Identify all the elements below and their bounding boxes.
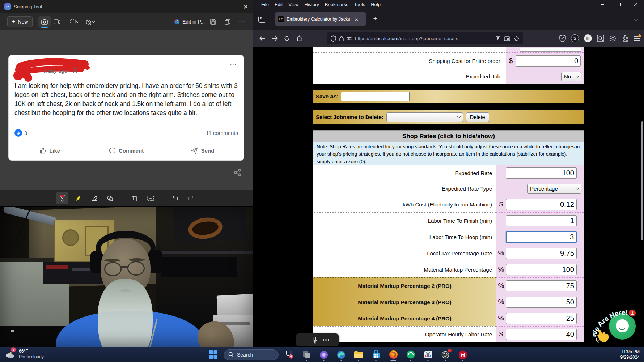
firefox-view-icon[interactable] [258,16,266,23]
home-button[interactable] [293,33,305,44]
eraser-tool[interactable] [88,192,100,204]
copy-button[interactable] [221,16,234,27]
snipping-tool-titlebar: ✂ Snipping Tool [0,0,253,13]
taskbar-app-mcafee[interactable] [456,348,470,362]
snip-shape-selector[interactable] [68,16,80,27]
operator-rate-input[interactable] [506,329,577,340]
like-count: 3 [24,130,27,136]
expedited-rate-input[interactable] [506,167,577,179]
delay-timer-selector[interactable] [84,16,96,27]
taskbar-app-camera[interactable] [317,348,331,362]
taskbar-app-squares[interactable] [300,348,313,362]
taskbar-clock[interactable]: 11:05 PM 9/29/2024 [620,349,640,360]
menu-history[interactable]: History [301,2,322,7]
material-markup-3-input[interactable] [506,297,577,308]
material-markup-2-input[interactable] [506,280,577,291]
menu-file[interactable]: File [258,2,272,7]
local-tax-input[interactable] [506,248,577,259]
text-actions-tool[interactable] [144,192,157,204]
voice-typing-toolbar[interactable] [296,333,339,346]
taskbar-app-edge[interactable] [334,348,348,362]
list-all-tabs-button[interactable] [635,18,637,21]
taskbar-app-green[interactable] [404,348,418,362]
scrollbar[interactable] [641,121,643,240]
pocket-shield-icon[interactable] [559,35,566,42]
taskbar-app-explorer[interactable] [352,348,365,362]
text-actions-icon [147,196,154,201]
like-button[interactable]: Like [12,143,88,158]
gear-icon[interactable] [609,35,617,42]
expedited-rate-type-select[interactable]: Percentage [527,184,581,194]
comment-button[interactable]: Comment [88,143,164,158]
expedited-job-select[interactable]: No [561,72,581,81]
save-as-input[interactable] [341,92,410,101]
shapes-tool[interactable] [104,192,116,204]
video-mode-button[interactable] [51,16,63,27]
menu-tools[interactable]: Tools [351,2,368,7]
address-bar[interactable]: https://embcalc.com/main.php?jobname=cas… [327,32,523,44]
extension-h-icon[interactable]: H [584,34,592,42]
weather-widget[interactable]: 1 66°F Partly cloudy [4,348,44,360]
back-button[interactable] [256,33,268,44]
extension-s-icon[interactable]: S [571,34,579,42]
more-options-icon[interactable] [323,339,329,341]
close-button[interactable] [627,0,644,9]
microphone-icon[interactable] [312,337,317,344]
labor-hoop-input[interactable] [506,231,577,243]
reload-button[interactable] [281,33,293,44]
menu-view[interactable]: View [285,2,301,7]
image-search-icon[interactable] [597,35,604,42]
menu-bookmarks[interactable]: Bookmarks [322,2,351,7]
taskbar-app-store[interactable] [369,348,383,362]
taskbar-app-snipping[interactable] [421,348,435,362]
start-button[interactable] [206,348,220,362]
edit-in-paint-button[interactable]: Edit in P... [174,19,205,25]
material-markup-4-input[interactable] [506,313,577,324]
tab-embroidery-calculator[interactable]: EC Embroidery Calculator by Jacks [275,12,366,26]
close-button[interactable] [237,5,253,9]
row-label: Labor Time To Finish (min) [313,212,496,229]
taskbar-app-health[interactable] [282,348,296,362]
snipping-tool-window: ✂ Snipping Tool + New [0,0,253,206]
maximize-button[interactable] [611,0,627,9]
minimize-button[interactable] [206,5,221,5]
minimize-button[interactable] [594,0,611,9]
reaction-count[interactable]: 3 [14,129,27,137]
search-box[interactable]: Search [224,349,279,360]
shop-rates-header[interactable]: Shop Rates (click to hide/show) [313,130,584,142]
taskbar-app-firefox[interactable] [386,348,400,362]
tab-close-icon[interactable] [355,18,358,21]
taskbar-app-obs[interactable] [438,348,452,362]
weather-condition: Partly cloudy [19,354,44,360]
extensions-puzzle-icon[interactable] [622,35,629,42]
highlighter-tool[interactable] [72,192,84,204]
new-snip-button[interactable]: + New [7,16,33,27]
undo-button[interactable] [169,192,181,204]
url-text[interactable]: https://embcalc.com/main.php?jobname=cas… [355,36,496,41]
chat-widget[interactable]: 1 We Are Here! [593,303,644,347]
shipping-cost-input[interactable] [516,55,581,67]
row-label: Local Tax Percentage Rate [313,245,496,261]
comments-count-link[interactable]: 11 comments [206,130,238,136]
pen-tool[interactable] [56,192,68,204]
menu-edit[interactable]: Edit [272,2,285,7]
send-button[interactable]: Send [165,143,241,158]
save-button[interactable] [207,16,219,27]
delete-button[interactable]: Delete [466,112,489,122]
menu-hamburger-icon[interactable] [634,36,640,41]
material-markup-input[interactable] [506,264,577,275]
more-options-button[interactable]: ⋯ [236,16,248,27]
jobname-select[interactable] [386,112,463,122]
maximize-button[interactable] [221,5,237,8]
kwh-cost-input[interactable] [506,199,577,210]
menu-help[interactable]: Help [368,2,384,7]
post-menu-icon[interactable]: ⋯ [230,60,237,69]
new-tab-button[interactable]: + [371,15,379,23]
redo-button[interactable] [185,192,197,204]
crop-tool[interactable] [128,192,141,204]
redo-icon [188,195,194,201]
forward-button[interactable] [268,33,281,44]
snapshot-mode-button[interactable] [38,16,51,27]
labor-finish-input[interactable] [506,215,577,226]
page-content: Shipping Cost for Entire order: $ Expedi… [253,47,644,347]
